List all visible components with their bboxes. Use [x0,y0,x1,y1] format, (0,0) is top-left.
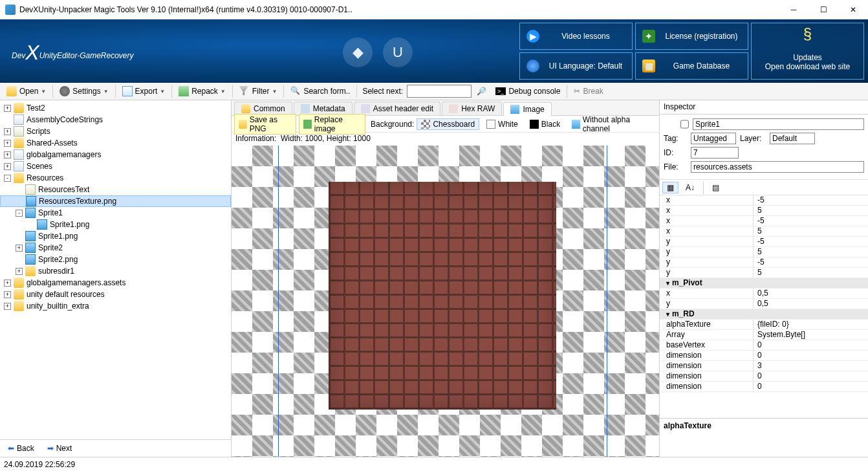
tab-asset-header[interactable]: Asset header edit [354,102,440,115]
tree-item[interactable]: Sprite2.png [0,254,231,265]
back-button[interactable]: ⬅Back [4,443,38,454]
tree-item[interactable]: -Sprite1 [0,207,231,219]
file-input[interactable] [691,161,864,173]
property-value[interactable]: 5 [754,226,868,236]
close-button[interactable]: ✕ [838,0,868,19]
property-row[interactable]: baseVertex0 [660,340,868,351]
property-value[interactable]: 5 [754,268,868,278]
id-input[interactable] [691,147,739,159]
tree-expander[interactable]: + [4,140,11,147]
property-value[interactable]: -5 [754,195,868,205]
property-value[interactable]: 0 [754,340,868,350]
property-row[interactable]: dimension3 [660,361,868,371]
property-row[interactable]: x5 [660,206,868,216]
replace-image-button[interactable]: Replace image [299,114,365,135]
property-row[interactable]: ArraySystem.Byte[] [660,330,868,340]
tab-image[interactable]: Image [503,102,551,116]
tree-item[interactable]: +unity_builtin_extra [0,300,231,312]
tree-item[interactable]: +subresdir1 [0,265,231,277]
property-group[interactable]: ▾m_RD [660,309,868,320]
property-row[interactable]: dimension0 [660,371,868,382]
tree-item[interactable]: +Sprite2 [0,242,231,254]
tag-input[interactable] [691,133,736,144]
tree-expander[interactable]: + [4,163,11,170]
property-value[interactable]: 0 [754,382,868,391]
tree-item[interactable]: Sprite1.png [0,219,231,230]
tree-item[interactable]: ResourcesText [0,184,231,195]
property-row[interactable]: x-5 [660,195,868,206]
search-form-button[interactable]: 🔍Search form.. [287,85,354,98]
tree-item[interactable]: +unity default resources [0,289,231,300]
tree-item[interactable]: +globalgamemanagers [0,149,231,160]
property-row[interactable]: y-5 [660,237,868,247]
alpha-sort-button[interactable]: A↓ [681,182,699,193]
maximize-button[interactable]: ☐ [808,0,838,19]
property-row[interactable]: dimension0 [660,382,868,392]
property-value[interactable]: 0 [754,351,868,360]
property-group[interactable]: ▾m_Pivot [660,278,868,289]
tree-expander[interactable]: - [16,210,23,217]
bg-chessboard-button[interactable]: Chessboard [417,118,479,130]
property-row[interactable]: y5 [660,247,868,257]
ui-language-button[interactable]: UI Language: Default [519,52,633,80]
layer-input[interactable] [770,133,815,144]
property-row[interactable]: y0,5 [660,299,868,309]
property-value[interactable]: -5 [754,216,868,226]
filter-button[interactable]: Filter▼ [235,85,281,98]
property-row[interactable]: alphaTexture{fileID: 0} [660,320,868,330]
tree-item[interactable]: +Scripts [0,126,231,137]
tree-expander[interactable]: + [4,105,11,112]
property-value[interactable]: System.Byte[] [754,330,868,340]
game-database-button[interactable]: ▦Game Database [635,52,748,80]
license-button[interactable]: ✦License (registration) [635,23,748,50]
property-value[interactable]: 0,5 [754,289,868,298]
property-row[interactable]: x5 [660,226,868,237]
tree-expander[interactable]: - [4,175,11,182]
property-value[interactable]: -5 [754,257,868,267]
property-value[interactable]: 5 [754,206,868,215]
object-name-input[interactable] [693,118,864,130]
export-button[interactable]: Export▼ [118,85,169,98]
updates-button[interactable]: § UpdatesOpen download web site [751,23,864,80]
tree-expander[interactable]: + [16,268,23,275]
tree-item[interactable]: ResourcesTexture.png [0,195,231,207]
property-value[interactable]: -5 [754,237,868,246]
tab-hex[interactable]: Hex RAW [442,102,502,115]
break-button[interactable]: ✂Break [570,85,607,97]
find-button[interactable]: 🔎 [473,85,490,97]
property-row[interactable]: y-5 [660,257,868,268]
enabled-checkbox[interactable] [680,118,689,130]
property-value[interactable]: 0 [754,371,868,381]
debug-console-button[interactable]: >_Debug console [492,85,564,97]
tree-expander[interactable]: + [16,245,23,252]
tree-item[interactable]: +Shared-Assets [0,137,231,149]
tree-item[interactable]: +Scenes [0,160,231,172]
tree-expander[interactable]: + [4,291,11,298]
video-lessons-button[interactable]: ▶Video lessons [519,23,633,50]
tree-item[interactable]: -Resources [0,172,231,184]
property-row[interactable]: dimension0 [660,351,868,361]
property-value[interactable]: 5 [754,247,868,257]
tree-item[interactable]: +globalgamemanagers.assets [0,277,231,289]
asset-tree[interactable]: +Test2AssemblyCodeStrings+Scripts+Shared… [0,100,231,439]
save-as-png-button[interactable]: Save as PNG [234,114,296,135]
tree-item[interactable]: Sprite1.png [0,230,231,242]
property-grid[interactable]: x-5x5x-5x5y-5y5y-5y5▾m_Pivotx0,5y0,5▾m_R… [660,195,868,418]
tree-expander[interactable]: + [4,128,11,135]
bg-black-button[interactable]: Black [525,118,565,130]
property-value[interactable]: {fileID: 0} [754,320,868,329]
tree-item[interactable]: +Test2 [0,102,231,114]
tree-item[interactable]: AssemblyCodeStrings [0,114,231,126]
property-value[interactable]: 3 [754,361,868,371]
categorized-view-button[interactable]: ▦ [662,182,678,193]
property-value[interactable]: 0,5 [754,299,868,309]
open-button[interactable]: Open▼ [3,85,50,98]
property-row[interactable]: x0,5 [660,289,868,299]
image-canvas[interactable] [232,146,659,457]
tree-expander[interactable]: + [4,151,11,159]
props-view-button[interactable]: ▤ [708,182,724,193]
settings-button[interactable]: Settings▼ [56,85,112,98]
tree-expander[interactable]: + [4,303,11,310]
tree-expander[interactable]: + [4,279,11,287]
property-row[interactable]: x-5 [660,216,868,226]
